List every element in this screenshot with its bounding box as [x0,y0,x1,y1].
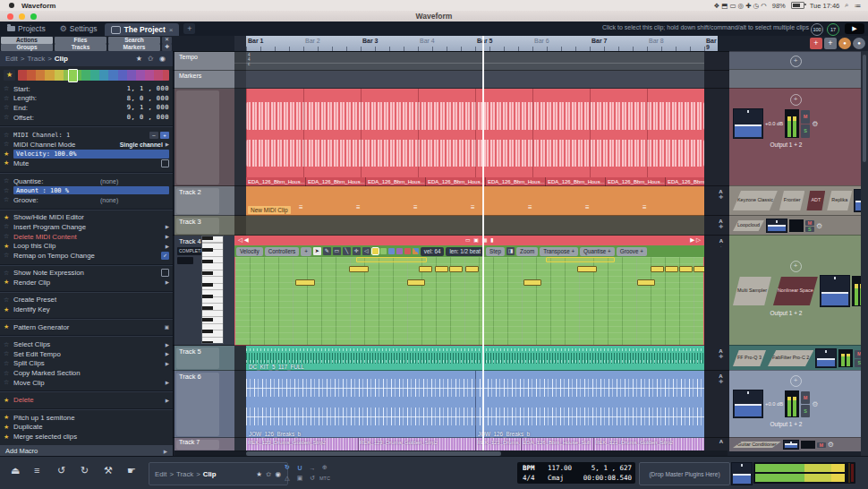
favorite-star-icon[interactable]: ★ [4,159,13,167]
gear-icon[interactable]: ⚙ [816,222,822,230]
property-merge-selected-clips[interactable]: ★Merge selected clips [0,432,173,442]
add-plugin-icon[interactable]: + [790,94,802,106]
property-end[interactable]: ☆End:9, 1 , 000 [0,103,173,113]
timeline-ruler[interactable]: Bar 1Bar 2Bar 3Bar 4Bar 5Bar 6Bar 7Bar 8… [234,36,718,51]
midi-note[interactable] [523,279,541,286]
add-plugin-icon[interactable]: + [790,261,802,272]
sync-icon[interactable]: △ [285,475,289,482]
tempo-position-display[interactable]: BPM 117.00 5, 1 , 627 4/4 Cmaj 00:00:08.… [517,462,635,484]
midi-clip-section-icon[interactable]: ≡ [471,204,475,211]
add-plugin-icon[interactable]: + [790,375,802,387]
rack-t1[interactable]: ++0.0 dBMS⚙Output 1 + 2 [729,88,861,186]
undo-icon[interactable]: ↺ [57,465,65,476]
favorite-star-icon[interactable]: ☆ [4,252,13,259]
favorite-star-icon[interactable]: ☆ [4,370,13,377]
midi-clip-section-icon[interactable]: ≡ [642,204,647,211]
property-none-value[interactable]: (none) [100,197,118,203]
favorite-star-icon[interactable]: ☆ [4,141,13,148]
track5-audio-clip[interactable]: DC_KIT_5_117_FULL [246,346,704,371]
vscrollbar-thumb[interactable] [863,55,866,162]
solo-button[interactable]: S [801,124,810,138]
track7-clips[interactable]: REK_123_Drums_Golden_Strp2REK_123_Drums_… [246,438,704,451]
note-color-swatch[interactable] [372,248,379,254]
favorite-star-icon[interactable]: ★ [4,279,13,286]
projects-button[interactable]: Projects [0,21,53,36]
plugin-loopcloud[interactable]: Loopcloud [733,220,764,231]
property-show-hide-midi-editor[interactable]: ★Show/Hide MIDI Editor [0,213,173,223]
bpm-value[interactable]: 117.00 [548,464,572,472]
output-destination[interactable]: Output 1 + 2 [729,142,843,148]
plugin-nonlinear-space[interactable]: Nonlinear Space [773,277,818,305]
edit-tool-icon[interactable]: ➤ [313,247,321,255]
property-duplicate[interactable]: ★Duplicate [0,423,173,433]
edit-tool-icon[interactable]: ✛ [353,247,361,255]
mute-solo-buttons[interactable]: MS [805,220,814,232]
sync-icon[interactable]: ⊕ [322,464,328,471]
midi-clip-name-tag[interactable]: New MIDI Clip [248,206,291,214]
step-input-button[interactable]: Step [486,247,505,256]
favorite-star-icon[interactable]: ☆ [4,379,13,386]
note-color-swatch[interactable] [396,248,403,254]
property-length[interactable]: ☆Length:8, 0 , 000 [0,94,173,104]
midi-note[interactable] [435,266,448,272]
add-lane-button[interactable]: + [301,247,311,256]
midi-clip-section-icon[interactable]: ≡ [585,204,590,211]
midi-note[interactable] [577,266,597,272]
favorite-star-icon[interactable]: ★ [4,243,13,250]
midi-note[interactable] [546,257,615,262]
track6-clip-name[interactable]: JOW_126_Breaks_b [249,431,301,437]
property-value[interactable]: 8, 0 , 000 [127,95,169,102]
solo-button[interactable]: S [855,359,861,367]
new-tab-button[interactable]: + [183,23,195,34]
property-velocity[interactable]: ★Velocity: 100.0% [0,150,173,159]
record-arm-button[interactable]: ● [838,38,851,49]
property-show-note-expression[interactable]: ☆Show Note Expression [0,269,173,279]
loop-start-icons[interactable]: ◁ ◀ [238,236,249,244]
favorite-star-icon[interactable]: ☆ [4,196,13,203]
midi-note[interactable] [679,266,693,272]
vertical-scrollbar[interactable] [861,51,868,457]
volume-fader[interactable] [854,189,861,212]
midi-clip-section-icon[interactable]: ≡ [299,204,303,211]
plugin-replika[interactable]: Replika [827,191,852,210]
panel-tab-groups[interactable]: Groups [1,44,53,51]
gear-icon[interactable]: ⚙ [812,120,818,128]
plugin-frontier[interactable]: Frontier [779,191,805,210]
property-select-clips[interactable]: ☆Select Clips▶ [0,339,173,349]
master-plugins-drop-zone[interactable]: (Drop Master Plugins Here) [639,462,730,485]
favorite-star-icon[interactable]: ☆ [4,296,13,304]
master-fader[interactable] [731,462,751,484]
track1-header[interactable] [174,89,234,186]
note-length-button[interactable]: len: 1/2 beat [446,247,484,256]
favorite-star-icon[interactable]: ★ [4,414,13,421]
velocity-lane-button[interactable]: Velocity [236,247,263,256]
mute-solo-buttons[interactable]: M [817,442,826,448]
property-split-clips[interactable]: ☆Split Clips▶ [0,359,173,369]
property-value[interactable]: 1, 1 , 000 [127,85,169,92]
mute-button[interactable]: M [855,350,861,358]
edit-tool-icon[interactable]: ◁ [362,247,370,255]
loop-end-icons[interactable]: ▶ ▷ [690,236,701,244]
mute-button[interactable]: M [817,442,826,448]
menu-icon[interactable]: ≡ [34,465,39,476]
midi-clip-section-icon[interactable]: ≡ [356,204,361,211]
favorite-star-icon[interactable]: ☆ [4,341,13,348]
property-delete[interactable]: ★Delete▶ [0,395,173,405]
midi-note[interactable] [637,279,655,286]
gear-icon[interactable]: ⚙ [812,400,818,408]
property-copy-marked-section[interactable]: ☆Copy Marked Section [0,368,173,378]
favorite-star-icon[interactable]: ★ [4,70,15,81]
track5-header[interactable]: Track 5 [174,346,234,371]
close-tab-icon[interactable]: × [169,26,174,34]
mute-button[interactable]: M [801,110,810,124]
volume-fader[interactable] [733,390,763,418]
track7-clip[interactable]: REK_123_Drums_Golden_Strp2 [593,438,704,451]
midi-note[interactable] [349,266,369,272]
clip-strip-icons[interactable]: ▭ ▣ ▦ ▮ [465,236,494,243]
midi-clip-section-icon[interactable]: ≡ [528,204,532,211]
panel-tab-markers[interactable]: Markers [108,44,160,51]
velocity-value-button[interactable]: vel: 64 [421,247,445,256]
mute-solo-buttons[interactable]: MS [801,110,810,138]
track6-clip-name[interactable]: JOW_126_Breaks_b [478,431,530,437]
panel-tab-actions[interactable]: Actions [1,37,53,44]
